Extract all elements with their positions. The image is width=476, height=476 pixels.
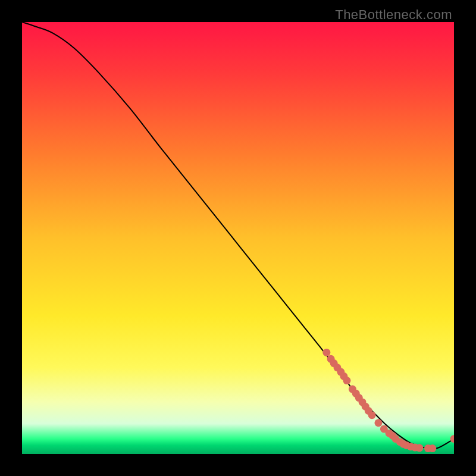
scatter-points — [322, 349, 454, 452]
data-point — [374, 419, 382, 427]
watermark-text: TheBottleneck.com — [335, 7, 452, 23]
curve-line — [22, 22, 454, 449]
data-point — [450, 435, 455, 443]
data-point — [368, 411, 376, 419]
chart-container: TheBottleneck.com — [0, 0, 476, 476]
data-point — [343, 377, 350, 384]
data-point — [322, 349, 330, 356]
plot-area — [22, 22, 454, 454]
data-point — [428, 444, 436, 452]
chart-svg — [22, 22, 454, 454]
data-point — [415, 444, 423, 452]
